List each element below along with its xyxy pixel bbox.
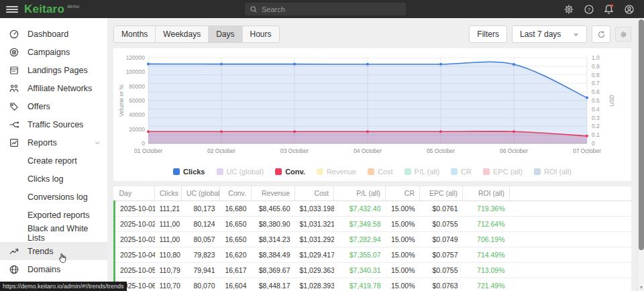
sidebar-item-label: Dashboard bbox=[28, 30, 68, 39]
legend-label: CR bbox=[461, 168, 472, 176]
column-header[interactable] bbox=[510, 186, 632, 200]
sidebar-item-trends[interactable]: Trends bbox=[0, 242, 107, 260]
sidebar-item-reports[interactable]: Reports bbox=[0, 133, 107, 152]
column-header[interactable]: P/L (all) bbox=[334, 186, 386, 200]
table-row[interactable]: 2025-10-05110,7979,94116,617$8,369.67$1,… bbox=[115, 262, 632, 278]
table-cell: 110,79 bbox=[155, 262, 182, 278]
table-cell: $8,384.49 bbox=[252, 247, 295, 262]
legend-swatch bbox=[451, 168, 458, 175]
sidebar-item-campaigns[interactable]: Campaigns bbox=[0, 43, 107, 61]
chart-settings-button[interactable] bbox=[615, 27, 631, 42]
legend-label: Clicks bbox=[183, 168, 205, 176]
table-cell: 80,057 bbox=[182, 231, 220, 247]
legend-item-roi-all-[interactable]: ROI (all) bbox=[534, 168, 572, 176]
column-header[interactable]: CR bbox=[386, 186, 420, 200]
column-header[interactable]: Clicks bbox=[155, 186, 182, 200]
trends-icon bbox=[9, 246, 19, 257]
table-cell: 719.36% bbox=[463, 200, 510, 216]
legend-item-conv-[interactable]: Conv. bbox=[275, 168, 305, 176]
scrollbar-down-arrow[interactable]: ▼ bbox=[638, 285, 644, 290]
table-cell: 16,604 bbox=[220, 278, 252, 291]
svg-text:1.0: 1.0 bbox=[592, 54, 600, 61]
tab-hours[interactable]: Hours bbox=[243, 26, 279, 42]
column-header[interactable]: Day bbox=[115, 186, 155, 200]
settings-gear-icon[interactable] bbox=[563, 3, 574, 15]
sidebar-item-landings-pages[interactable]: Landings Pages bbox=[0, 61, 107, 79]
app-logo[interactable]: Keitaro demo bbox=[24, 3, 79, 16]
scrollbar-thumb[interactable] bbox=[639, 19, 644, 250]
svg-text:80000: 80000 bbox=[129, 83, 145, 90]
legend-item-clicks[interactable]: Clicks bbox=[173, 168, 205, 176]
offers-icon bbox=[9, 101, 19, 112]
main-content: MonthsWeekdaysDaysHours Filters Last 7 d… bbox=[107, 18, 637, 291]
table-row[interactable]: 2025-10-01111,2180,17316,680$8,465.60$1,… bbox=[115, 200, 632, 216]
svg-text:03 October: 03 October bbox=[280, 148, 309, 154]
search-input[interactable] bbox=[262, 5, 401, 13]
page-scrollbar[interactable]: ▼ bbox=[637, 18, 644, 291]
svg-text:02 October: 02 October bbox=[207, 148, 235, 154]
sidebar-item-exported-reports[interactable]: Exported reports bbox=[0, 206, 107, 224]
tab-weekdays[interactable]: Weekdays bbox=[156, 26, 209, 42]
table-cell: 80,124 bbox=[182, 216, 220, 231]
column-header[interactable]: Revenue bbox=[252, 186, 295, 200]
table-row[interactable]: 2025-10-02111,0080,12416,650$8,380.90$1,… bbox=[115, 216, 632, 231]
svg-text:60000: 60000 bbox=[129, 97, 145, 104]
sidebar-item-traffic-sources[interactable]: Traffic Sources bbox=[0, 115, 107, 133]
legend-item-epc-all-[interactable]: EPC (all) bbox=[483, 168, 523, 176]
table-cell: $0.0755 bbox=[420, 262, 463, 278]
column-header[interactable]: Conv. bbox=[220, 186, 252, 200]
svg-text:06 October: 06 October bbox=[500, 148, 528, 154]
tab-days[interactable]: Days bbox=[209, 26, 242, 42]
table-row[interactable]: 2025-10-06110,7080,07016,604$8,448.17$1,… bbox=[115, 278, 632, 291]
sidebar-item-dashboard[interactable]: Dashboard bbox=[0, 25, 107, 43]
table-cell bbox=[510, 247, 632, 262]
legend-label: ROI (all) bbox=[544, 168, 572, 176]
search-box[interactable] bbox=[245, 3, 406, 15]
tab-months[interactable]: Months bbox=[114, 26, 156, 42]
refresh-icon bbox=[597, 30, 606, 39]
user-account-icon[interactable] bbox=[623, 3, 635, 15]
sidebar-item-label: Clicks log bbox=[28, 174, 64, 184]
sidebar-item-offers[interactable]: Offers bbox=[0, 97, 107, 115]
topbar: Keitaro demo ? bbox=[0, 0, 644, 18]
sidebar-item-create-report[interactable]: Create report bbox=[0, 152, 107, 170]
sidebar-item-label: Landings Pages bbox=[28, 66, 88, 75]
column-header[interactable]: Cost bbox=[295, 186, 334, 200]
table-cell: $8,448.17 bbox=[252, 278, 295, 291]
legend-item-cost[interactable]: Cost bbox=[368, 168, 393, 176]
sidebar-item-black-and-white-lists[interactable]: Black and White Lists bbox=[0, 224, 107, 242]
table-cell bbox=[510, 231, 632, 247]
svg-text:0.4: 0.4 bbox=[592, 106, 600, 113]
date-range-select[interactable]: Last 7 days bbox=[512, 25, 587, 43]
table-row[interactable]: 2025-10-03111,0080,05716,650$8,314.23$1,… bbox=[115, 231, 632, 247]
column-header[interactable]: UC (global) bbox=[182, 186, 220, 200]
legend-label: P/L (all) bbox=[415, 168, 440, 176]
legend-item-revenue[interactable]: Revenue bbox=[317, 168, 356, 176]
menu-toggle-icon[interactable] bbox=[6, 6, 18, 13]
table-cell: 706.19% bbox=[463, 231, 510, 247]
legend-item-uc-global-[interactable]: UC (global) bbox=[217, 168, 264, 176]
sidebar-item-affiliate-networks[interactable]: Affiliate Networks bbox=[0, 79, 107, 97]
svg-text:0: 0 bbox=[142, 140, 145, 147]
legend-label: Cost bbox=[378, 168, 393, 176]
notifications-bell-icon[interactable] bbox=[603, 3, 614, 15]
table-row[interactable]: 2025-10-04110,8079,82316,620$8,384.49$1,… bbox=[115, 247, 632, 262]
legend-item-p-l-all-[interactable]: P/L (all) bbox=[405, 168, 440, 176]
table-cell: 111,00 bbox=[155, 216, 182, 231]
svg-text:0: 0 bbox=[592, 140, 595, 147]
svg-text:100000: 100000 bbox=[126, 68, 146, 75]
column-header[interactable]: EPC (all) bbox=[420, 186, 463, 200]
table-cell: 2025-10-04 bbox=[115, 247, 155, 262]
column-header[interactable]: ROI (all) bbox=[463, 186, 510, 200]
help-icon[interactable]: ? bbox=[583, 3, 594, 15]
sidebar-item-domains[interactable]: Domains bbox=[0, 260, 107, 278]
filters-button[interactable]: Filters bbox=[469, 25, 507, 43]
logo-badge: demo bbox=[67, 4, 79, 9]
sidebar-item-clicks-log[interactable]: Clicks log bbox=[0, 170, 107, 188]
sidebar-item-label: Reports bbox=[28, 138, 57, 148]
legend-item-cr[interactable]: CR bbox=[451, 168, 472, 176]
table-cell: 111,00 bbox=[155, 231, 182, 247]
refresh-button[interactable] bbox=[592, 25, 610, 43]
table-cell: 110,80 bbox=[155, 247, 182, 262]
sidebar-item-conversions-log[interactable]: Conversions log bbox=[0, 188, 107, 206]
